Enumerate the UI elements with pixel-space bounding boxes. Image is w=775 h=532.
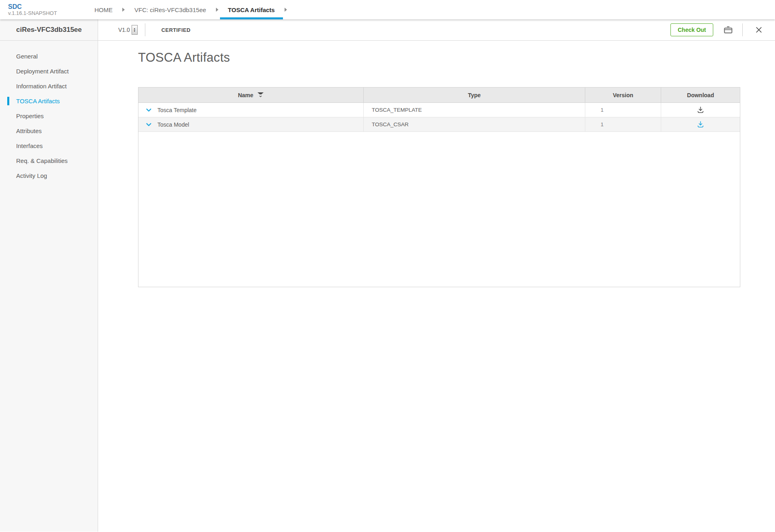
column-header-download[interactable]: Download [661,88,740,102]
app-logo[interactable]: SDC v.1.16.1-SNAPSHOT [0,0,86,19]
cell-download [661,103,740,117]
breadcrumb-arrow-icon [216,8,218,12]
breadcrumb-vfc[interactable]: VFC: ciRes-VFC3db315ee [126,0,215,19]
version-spinner-icon[interactable]: ▲▼ [132,25,138,35]
cell-type: TOSCA_CSAR [364,117,585,131]
artifact-name: Tosca Model [157,121,189,128]
breadcrumb: HOME VFC: ciRes-VFC3db315ee TOSCA Artifa… [86,0,288,19]
sidebar-item-general[interactable]: General [0,49,98,64]
app-version-label: v.1.16.1-SNAPSHOT [8,10,86,16]
sidebar-item-interfaces[interactable]: Interfaces [0,138,98,153]
cell-version: 1 [585,117,661,131]
breadcrumb-arrow-icon [122,8,125,12]
print-icon[interactable] [721,23,735,37]
sidebar-item-tosca-artifacts[interactable]: TOSCA Artifacts [0,94,98,108]
top-nav-bar: SDC v.1.16.1-SNAPSHOT HOME VFC: ciRes-VF… [0,0,775,19]
column-header-version[interactable]: Version [585,88,661,102]
download-icon[interactable] [696,105,705,115]
cell-name: Tosca Model [138,117,364,131]
asset-header-bar: ciRes-VFC3db315ee V1.0 ▲▼ CERTIFIED Chec… [0,19,775,41]
breadcrumb-arrow-icon [285,8,287,12]
divider [145,23,145,36]
version-value: V1.0 [118,27,130,33]
check-out-button[interactable]: Check Out [670,23,713,36]
app-logo-title: SDC [8,3,86,10]
page-title: TOSCA Artifacts [138,50,230,65]
version-selector[interactable]: V1.0 ▲▼ [118,19,138,40]
sort-filter-icon[interactable] [257,92,264,98]
table-row: Tosca Template TOSCA_TEMPLATE 1 [138,103,740,117]
sidebar-item-req-capabilities[interactable]: Req. & Capabilities [0,153,98,168]
download-icon[interactable] [696,120,705,129]
artifacts-table: Name Type Version Download [138,87,740,287]
sidebar-item-deployment-artifact[interactable]: Deployment Artifact [0,64,98,79]
breadcrumb-tosca-artifacts[interactable]: TOSCA Artifacts [219,0,284,19]
sidebar: General Deployment Artifact Information … [0,41,98,532]
sidebar-item-attributes[interactable]: Attributes [0,123,98,138]
close-icon[interactable] [753,24,765,35]
artifact-name: Tosca Template [157,107,197,113]
table-row: Tosca Model TOSCA_CSAR 1 [138,117,740,132]
column-header-type[interactable]: Type [364,88,585,102]
breadcrumb-home[interactable]: HOME [86,0,121,19]
sidebar-item-properties[interactable]: Properties [0,108,98,123]
asset-name: ciRes-VFC3db315ee [0,19,98,40]
cell-name: Tosca Template [138,103,364,117]
sidebar-item-information-artifact[interactable]: Information Artifact [0,79,98,94]
column-header-name[interactable]: Name [138,88,364,102]
sidebar-item-activity-log[interactable]: Activity Log [0,168,98,183]
divider [742,23,743,36]
cell-version: 1 [585,103,661,117]
chevron-down-icon[interactable] [145,106,152,113]
main-content: TOSCA Artifacts Name Type Version Downlo… [98,41,775,532]
table-header-row: Name Type Version Download [138,88,740,103]
lifecycle-state-badge: CERTIFIED [161,27,191,33]
workspace: General Deployment Artifact Information … [0,41,775,532]
cell-download [661,117,740,131]
chevron-down-icon[interactable] [145,121,152,128]
cell-type: TOSCA_TEMPLATE [364,103,585,117]
